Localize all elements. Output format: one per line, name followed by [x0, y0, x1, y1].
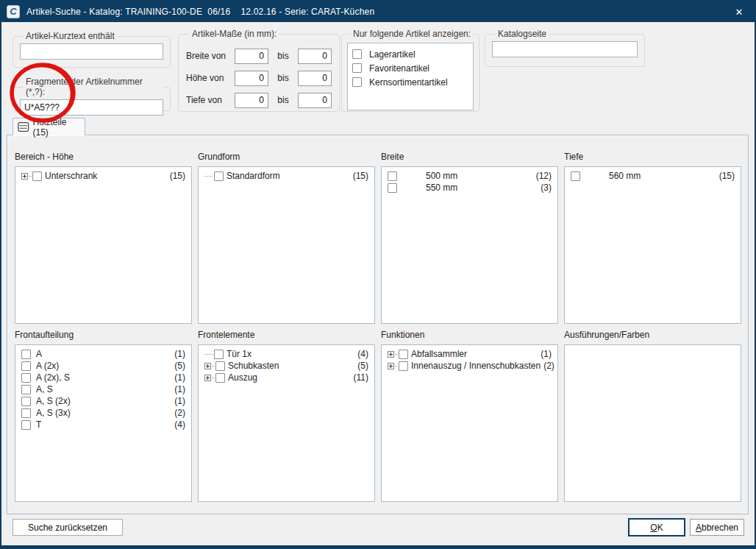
abbrechen-button[interactable]: Abbrechen	[690, 519, 744, 536]
fragmente-input[interactable]	[20, 99, 163, 116]
panel-breite-list: 500 mm (12) 550 mm (3)	[381, 166, 558, 324]
item-label: 560 mm	[609, 171, 641, 181]
checkbox[interactable]	[21, 408, 31, 418]
panel-frontelemente: Frontelemente Tür 1x (4) S	[198, 330, 375, 502]
panel-breite: Breite 500 mm (12) 550 mm (3)	[381, 152, 558, 324]
panel-frontaufteilung-title: Frontaufteilung	[15, 330, 192, 342]
tab-holzteile[interactable]: Holzteile (15)	[13, 118, 85, 135]
item-count: (1)	[171, 384, 185, 394]
list-item[interactable]: A (2x) (5)	[21, 360, 185, 372]
checkbox[interactable]	[21, 420, 31, 430]
breite-bis-input[interactable]	[298, 49, 332, 64]
item-label: A (2x), S	[36, 372, 70, 383]
carat-logo-icon: C	[7, 5, 20, 18]
artikel-masse-group: Artikel-Maße (in mm): Breite von bis Höh…	[178, 29, 340, 112]
list-item[interactable]: 560 mm (15)	[571, 170, 735, 182]
list-item[interactable]: T (4)	[21, 419, 185, 431]
item-count: (2)	[541, 361, 554, 371]
kurztext-label: Artikel-Kurztext enthält	[24, 31, 117, 41]
favoritenartikel-option[interactable]: Favoritenartikel	[352, 61, 468, 75]
tiefe-bis-input[interactable]	[298, 93, 332, 108]
standardform-checkbox[interactable]	[214, 171, 224, 181]
anzeigen-group: Nur folgende Artikel anzeigen: Lagerarti…	[341, 29, 479, 112]
item-count: (4)	[354, 349, 368, 359]
lagerartikel-label: Lagerartikel	[369, 49, 416, 60]
list-item[interactable]: 550 mm (3)	[388, 182, 552, 194]
suche-zuruecksetzen-button[interactable]: Suche zurücksetzen	[13, 519, 123, 536]
list-item[interactable]: Schubkasten (5)	[204, 360, 368, 372]
panel-ausfuehrungen-farben-title: Ausführungen/Farben	[564, 330, 741, 342]
favoritenartikel-checkbox[interactable]	[352, 63, 362, 73]
ok-accesskey: O	[650, 523, 657, 533]
checkbox[interactable]	[21, 373, 31, 383]
list-item[interactable]: A (1)	[21, 348, 185, 360]
kernsortimentartikel-option[interactable]: Kernsortimentartikel	[352, 75, 468, 89]
hoehe-von-input[interactable]	[235, 71, 268, 86]
tiefe-560-checkbox[interactable]	[571, 171, 580, 181]
checkbox[interactable]	[21, 397, 31, 406]
list-item[interactable]: Standardform (15)	[204, 170, 368, 182]
item-count: (15)	[350, 171, 368, 181]
lagerartikel-checkbox[interactable]	[352, 49, 362, 59]
list-item[interactable]: Unterschrank (15)	[21, 170, 185, 182]
tree-connector	[204, 176, 213, 177]
expand-plus-icon[interactable]	[204, 375, 211, 381]
list-item[interactable]: Tür 1x (4)	[204, 348, 368, 360]
list-item[interactable]: A, S (2x) (1)	[21, 395, 185, 407]
auszug-checkbox[interactable]	[215, 373, 225, 383]
expand-plus-icon[interactable]	[388, 363, 394, 369]
tiefe-bis-label: bis	[268, 95, 298, 105]
list-item[interactable]: 500 mm (12)	[388, 170, 552, 182]
kernsortimentartikel-checkbox[interactable]	[352, 77, 362, 87]
favoritenartikel-label: Favoritenartikel	[369, 63, 429, 74]
lagerartikel-option[interactable]: Lagerartikel	[352, 47, 468, 61]
list-item[interactable]: A (2x), S (1)	[21, 372, 185, 383]
list-item[interactable]: Innenauszug / Innenschubkasten (2)	[388, 360, 552, 372]
breite-550-checkbox[interactable]	[388, 183, 397, 193]
panel-tiefe-list: 560 mm (15)	[564, 166, 741, 324]
tiefe-von-input[interactable]	[235, 93, 268, 108]
expand-plus-icon[interactable]	[21, 173, 28, 180]
tuer-checkbox[interactable]	[214, 350, 224, 359]
panel-frontelemente-title: Frontelemente	[198, 330, 375, 342]
breite-500-checkbox[interactable]	[388, 171, 397, 181]
schubkasten-checkbox[interactable]	[215, 361, 225, 371]
close-icon[interactable]: ✕	[731, 7, 747, 18]
window-title: Artikel-Suche - Katalog: TRAINING-100-DE…	[26, 7, 374, 17]
abfallsammler-checkbox[interactable]	[399, 350, 408, 359]
list-item[interactable]: A, S (3x) (2)	[21, 407, 185, 419]
katalogseite-input[interactable]	[492, 41, 638, 57]
list-item[interactable]: Auszug (11)	[204, 372, 368, 383]
checkbox[interactable]	[21, 361, 31, 371]
expand-plus-icon[interactable]	[388, 351, 394, 358]
cabinet-icon	[18, 121, 29, 132]
unterschrank-checkbox[interactable]	[32, 171, 42, 181]
item-count: (1)	[171, 349, 185, 359]
item-label: T	[36, 419, 41, 430]
item-count: (15)	[167, 171, 185, 181]
checkbox[interactable]	[21, 350, 31, 359]
list-item[interactable]: Abfallsammler (1)	[388, 348, 552, 360]
tree-connector	[204, 354, 213, 355]
tab-holzteile-label: Holzteile (15)	[33, 117, 81, 138]
panel-frontelemente-list: Tür 1x (4) Schubkasten (5)	[198, 344, 375, 502]
item-count: (5)	[354, 361, 368, 371]
titlebar: C Artikel-Suche - Katalog: TRAINING-100-…	[1, 1, 755, 22]
item-label: Innenauszug / Innenschubkasten	[411, 361, 541, 371]
list-item[interactable]: A, S (1)	[21, 383, 185, 395]
ok-button[interactable]: OK	[628, 518, 685, 536]
expand-plus-icon[interactable]	[204, 363, 211, 369]
item-label: 500 mm	[426, 171, 457, 181]
kurztext-input[interactable]	[20, 43, 163, 60]
checkbox[interactable]	[21, 385, 31, 394]
abbrechen-accesskey: A	[696, 523, 702, 533]
panel-funktionen: Funktionen Abfallsammler (1)	[381, 330, 558, 502]
panel-ausfuehrungen-farben: Ausführungen/Farben	[564, 330, 741, 502]
hoehe-bis-input[interactable]	[298, 71, 332, 86]
item-count: (12)	[533, 171, 552, 181]
item-label: 550 mm	[426, 183, 457, 193]
tree-connector	[395, 354, 398, 355]
item-count: (15)	[716, 171, 735, 181]
innenauszug-checkbox[interactable]	[399, 361, 408, 371]
breite-von-input[interactable]	[235, 49, 268, 64]
